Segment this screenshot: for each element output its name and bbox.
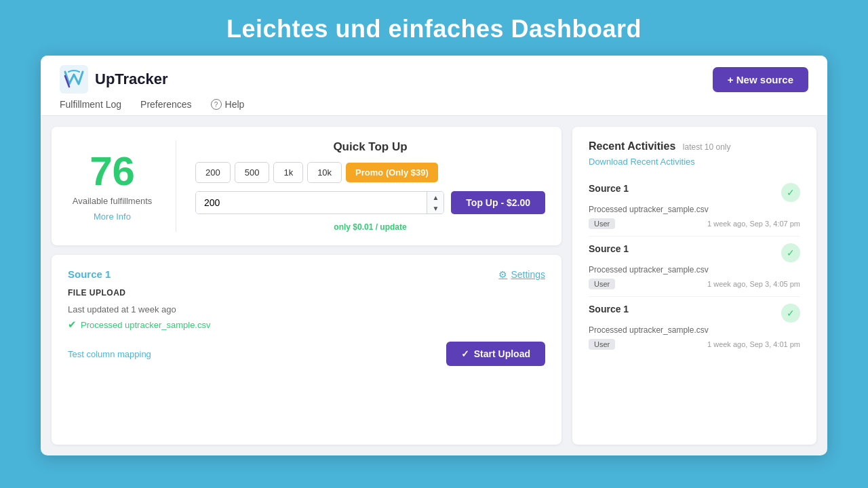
price-value: $0.01 / update <box>353 222 406 232</box>
file-upload-label: FILE UPLOAD <box>68 288 545 298</box>
activity-file-3: Processed uptracker_sample.csv <box>589 325 800 335</box>
promo-button[interactable]: Promo (Only $39) <box>346 163 438 182</box>
topup-section: Quick Top Up 200 500 1k 10k Promo (Only … <box>176 140 545 232</box>
fulfillment-count: 76 <box>90 151 135 192</box>
activity-check-badge-2: ✓ <box>781 243 800 262</box>
spinner-up-button[interactable]: ▲ <box>427 192 443 203</box>
source-card: Source 1 ⚙ Settings FILE UPLOAD Last upd… <box>52 255 561 445</box>
activity-time-2: 1 week ago, Sep 3, 4:05 pm <box>707 280 800 288</box>
source-name-link[interactable]: Source 1 <box>68 268 111 280</box>
amount-buttons: 200 500 1k 10k Promo (Only $39) <box>195 162 545 183</box>
header: UpTracker + New source Fulfillment Log P… <box>41 56 827 116</box>
logo-area: UpTracker <box>60 65 168 94</box>
activity-source-3: Source 1 <box>589 304 629 314</box>
nav-help[interactable]: ? Help <box>211 99 245 110</box>
amount-1k-button[interactable]: 1k <box>273 162 303 183</box>
activities-subtitle: latest 10 only <box>683 142 731 152</box>
gear-icon: ⚙ <box>498 269 507 280</box>
activity-file-2: Processed uptracker_sample.csv <box>589 265 800 274</box>
activity-check-badge-1: ✓ <box>781 183 800 202</box>
help-circle-icon: ? <box>211 99 222 110</box>
header-top: UpTracker + New source <box>60 56 808 99</box>
activities-title: Recent Activities <box>589 140 675 152</box>
spinner-buttons: ▲ ▼ <box>427 192 443 214</box>
logo-name: UpTracker <box>95 70 168 88</box>
activity-user-badge-3: User <box>589 339 615 350</box>
activity-row-1: Source 1 ✓ <box>589 183 800 202</box>
activity-meta-1: User 1 week ago, Sep 3, 4:07 pm <box>589 218 800 229</box>
last-updated: Last updated at 1 week ago <box>68 304 545 314</box>
activity-row-2: Source 1 ✓ <box>589 243 800 262</box>
activity-time-1: 1 week ago, Sep 3, 4:07 pm <box>707 220 800 228</box>
activity-file-1: Processed uptracker_sample.csv <box>589 205 800 214</box>
processed-text: Processed uptracker_sample.csv <box>81 320 210 330</box>
amount-200-button[interactable]: 200 <box>195 162 231 183</box>
processed-status: ✔ Processed uptracker_sample.csv <box>68 319 545 331</box>
topup-amount-input[interactable] <box>196 192 427 214</box>
source-header: Source 1 ⚙ Settings <box>68 268 545 280</box>
activity-meta-3: User 1 week ago, Sep 3, 4:01 pm <box>589 339 800 350</box>
activity-item-3: Source 1 ✓ Processed uptracker_sample.cs… <box>589 297 800 357</box>
more-info-link[interactable]: More Info <box>94 211 131 222</box>
activities-card: Recent Activities latest 10 only Downloa… <box>572 127 816 445</box>
topup-input-spinner: ▲ ▼ <box>195 191 444 214</box>
nav-bar: Fulfillment Log Preferences ? Help <box>60 99 808 115</box>
activity-item: Source 1 ✓ Processed uptracker_sample.cs… <box>589 176 800 237</box>
activity-row-3: Source 1 ✓ <box>589 304 800 323</box>
activity-check-badge-3: ✓ <box>781 304 800 323</box>
test-mapping-link[interactable]: Test column mapping <box>68 349 151 359</box>
topup-action-button[interactable]: Top Up - $2.00 <box>451 191 545 214</box>
settings-link[interactable]: ⚙ Settings <box>498 269 545 280</box>
checkmark-icon: ✓ <box>461 348 469 359</box>
price-note: only $0.01 / update <box>195 222 545 232</box>
fulfillment-label: Available fulfillments <box>73 196 153 206</box>
activity-user-badge-1: User <box>589 218 615 229</box>
fulfillments-section: 76 Available fulfillments More Info <box>68 140 176 232</box>
nav-fulfillment-log[interactable]: Fulfillment Log <box>60 99 121 110</box>
topup-card: 76 Available fulfillments More Info Quic… <box>52 127 561 245</box>
main-content: 76 Available fulfillments More Info Quic… <box>41 116 827 455</box>
left-column: 76 Available fulfillments More Info Quic… <box>52 127 561 445</box>
activity-source-2: Source 1 <box>589 243 629 254</box>
download-activities-link[interactable]: Download Recent Activities <box>589 157 800 167</box>
activity-time-3: 1 week ago, Sep 3, 4:01 pm <box>707 340 800 348</box>
start-upload-button[interactable]: ✓ Start Upload <box>446 342 545 366</box>
activity-meta-2: User 1 week ago, Sep 3, 4:05 pm <box>589 279 800 289</box>
topup-title: Quick Top Up <box>195 140 545 154</box>
right-column: Recent Activities latest 10 only Downloa… <box>572 127 816 445</box>
source-footer: Test column mapping ✓ Start Upload <box>68 342 545 366</box>
topup-input-row: ▲ ▼ Top Up - $2.00 <box>195 191 545 214</box>
amount-10k-button[interactable]: 10k <box>307 162 342 183</box>
page-title-section: Leichtes und einfaches Dashboard <box>0 0 868 56</box>
nav-preferences[interactable]: Preferences <box>140 99 191 110</box>
activities-header: Recent Activities latest 10 only <box>589 140 800 152</box>
activity-source-1: Source 1 <box>589 183 629 194</box>
svg-rect-0 <box>60 65 88 94</box>
processed-check-icon: ✔ <box>68 319 77 331</box>
activity-user-badge-2: User <box>589 279 615 289</box>
new-source-button[interactable]: + New source <box>713 67 808 92</box>
app-window: UpTracker + New source Fulfillment Log P… <box>41 56 827 455</box>
activity-item-2: Source 1 ✓ Processed uptracker_sample.cs… <box>589 237 800 297</box>
amount-500-button[interactable]: 500 <box>235 162 270 183</box>
page-title: Leichtes und einfaches Dashboard <box>0 15 868 43</box>
spinner-down-button[interactable]: ▼ <box>427 203 443 214</box>
logo-icon <box>60 65 88 94</box>
